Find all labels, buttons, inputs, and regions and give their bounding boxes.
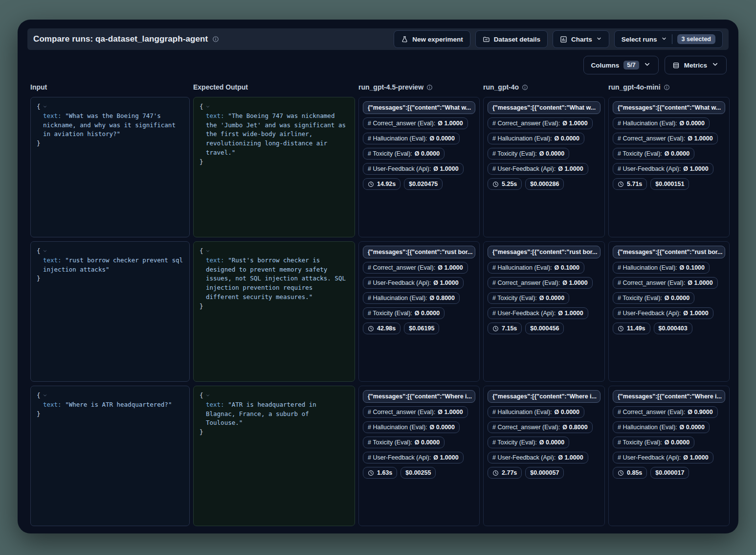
collapse-chevron-icon[interactable] [205, 393, 210, 398]
cost-chip[interactable]: $0.000151 [650, 178, 689, 190]
latency-chip[interactable]: 7.15s [488, 323, 522, 334]
cost-chip[interactable]: $0.00255 [400, 467, 436, 479]
json-key: text: [206, 112, 224, 119]
metric-chip[interactable]: # Toxicity (Eval):Ø 0.0000 [613, 437, 694, 448]
run-info-icon[interactable] [426, 84, 433, 91]
cost-chip[interactable]: $0.06195 [404, 323, 439, 334]
input-cell[interactable]: { text: "What was the Boeing 747's nickn… [30, 97, 190, 237]
metric-label: # Toxicity (Eval): [368, 310, 412, 317]
title-info-icon[interactable] [212, 36, 219, 43]
message-preview-chip[interactable]: {"messages":[{"content":"Where i... [363, 390, 475, 403]
metric-chip[interactable]: # User-Feedback (Api):Ø 1.0000 [363, 277, 464, 289]
new-experiment-button[interactable]: New experiment [394, 30, 470, 48]
metric-chip[interactable]: # User-Feedback (Api):Ø 1.0000 [613, 452, 713, 463]
metric-chip[interactable]: # Hallucination (Eval):Ø 0.0000 [363, 421, 460, 433]
input-cell[interactable]: { text: "Where is ATR headquartered?" } [30, 386, 190, 526]
metric-value: Ø 0.0000 [680, 424, 705, 431]
latency-chip[interactable]: 1.63s [363, 467, 397, 479]
metric-label: # Hallucination (Eval): [492, 135, 552, 142]
expected-output-cell[interactable]: { text: "ATR is headquartered in Blagnac… [193, 386, 355, 526]
metric-chip[interactable]: # Hallucination (Eval):Ø 0.1000 [488, 262, 584, 274]
message-preview-chip[interactable]: {"messages":[{"content":"rust bor... [488, 246, 600, 258]
metric-label: # User-Feedback (Api): [368, 279, 431, 286]
run-cell: {"messages":[{"content":"Where i... # Co… [358, 386, 480, 526]
cost-chip[interactable]: $0.000057 [525, 467, 564, 479]
metric-chip[interactable]: # Hallucination (Eval):Ø 0.0000 [613, 421, 710, 433]
metric-chip[interactable]: # Hallucination (Eval):Ø 0.0000 [488, 406, 584, 418]
message-preview-chip[interactable]: {"messages":[{"content":"What w... [613, 101, 725, 114]
metric-chip[interactable]: # Correct_answer (Eval):Ø 1.0000 [613, 277, 718, 289]
charts-button[interactable]: Charts [553, 30, 609, 48]
metric-value: Ø 0.0000 [415, 310, 440, 317]
latency-chip[interactable]: 2.77s [488, 467, 522, 479]
json-close-brace: } [37, 274, 41, 283]
metric-chip[interactable]: # Toxicity (Eval):Ø 0.0000 [363, 307, 445, 319]
latency-chip[interactable]: 0.85s [613, 467, 647, 479]
dataset-details-button[interactable]: Dataset details [475, 30, 548, 48]
metric-value: Ø 0.0000 [555, 135, 579, 142]
metric-chip[interactable]: # Toxicity (Eval):Ø 0.0000 [363, 148, 445, 160]
expected-output-cell[interactable]: { text: "Rust's borrow checker is design… [193, 241, 355, 382]
message-preview-chip[interactable]: {"messages":[{"content":"rust bor... [613, 246, 725, 258]
cost-chip[interactable]: $0.000456 [525, 323, 564, 334]
run-info-icon[interactable] [522, 84, 528, 91]
metric-chip[interactable]: # Hallucination (Eval):Ø 0.8000 [363, 292, 460, 304]
select-runs-button[interactable]: Select runs 3 selected [614, 30, 723, 48]
run-info-icon[interactable] [664, 84, 670, 91]
metric-chip[interactable]: # Toxicity (Eval):Ø 0.0000 [488, 437, 569, 448]
metric-chip[interactable]: # Hallucination (Eval):Ø 0.0000 [613, 117, 710, 129]
metric-chip[interactable]: # User-Feedback (Api):Ø 1.0000 [488, 307, 588, 319]
metric-chip[interactable]: # Correct_answer (Eval):Ø 1.0000 [363, 262, 468, 274]
metric-chip[interactable]: # Hallucination (Eval):Ø 0.0000 [363, 133, 460, 144]
metric-chip[interactable]: # Toxicity (Eval):Ø 0.0000 [613, 148, 694, 160]
metric-chip[interactable]: # User-Feedback (Api):Ø 1.0000 [363, 163, 464, 175]
metric-chip[interactable]: # User-Feedback (Api):Ø 1.0000 [488, 452, 588, 463]
metric-chip[interactable]: # Toxicity (Eval):Ø 0.0000 [488, 292, 569, 304]
metric-chip[interactable]: # Correct_answer (Eval):Ø 0.9000 [613, 406, 718, 418]
cost-value: $0.000057 [530, 469, 559, 476]
metric-value: Ø 1.0000 [688, 135, 712, 142]
metric-chip[interactable]: # Toxicity (Eval):Ø 0.0000 [613, 292, 694, 304]
metric-chip[interactable]: # User-Feedback (Api):Ø 1.0000 [613, 307, 713, 319]
latency-chip[interactable]: 14.92s [363, 178, 400, 190]
metrics-dropdown[interactable]: Metrics [665, 56, 727, 74]
message-preview-chip[interactable]: {"messages":[{"content":"Where i... [613, 390, 725, 403]
metric-chip[interactable]: # Correct_answer (Eval):Ø 1.0000 [613, 133, 718, 144]
message-preview-chip[interactable]: {"messages":[{"content":"What w... [488, 101, 600, 114]
collapse-chevron-icon[interactable] [205, 104, 210, 109]
cost-chip[interactable]: $0.000403 [654, 323, 692, 334]
metric-chip[interactable]: # Hallucination (Eval):Ø 0.1000 [613, 262, 710, 274]
metric-chip[interactable]: # Hallucination (Eval):Ø 0.0000 [488, 133, 584, 144]
expected-output-cell[interactable]: { text: "The Boeing 747 was nicknamed th… [193, 97, 355, 237]
columns-dropdown[interactable]: Columns 5/7 [583, 56, 659, 74]
cost-value: $0.000151 [655, 181, 684, 187]
metric-chip[interactable]: # Correct_answer (Eval):Ø 1.0000 [488, 117, 593, 129]
cost-chip[interactable]: $0.000017 [650, 467, 689, 479]
collapse-chevron-icon[interactable] [43, 393, 47, 398]
metric-value: Ø 0.8000 [430, 295, 455, 301]
latency-chip[interactable]: 5.25s [488, 178, 522, 190]
input-cell[interactable]: { text: "rust borrow checker prevent sql… [30, 241, 190, 382]
cost-chip[interactable]: $0.000286 [525, 178, 564, 190]
message-preview-text: {"messages":[{"content":"What w... [368, 104, 471, 111]
latency-chip[interactable]: 11.49s [613, 323, 650, 334]
metric-chip[interactable]: # User-Feedback (Api):Ø 1.0000 [488, 163, 588, 175]
metric-chip[interactable]: # User-Feedback (Api):Ø 1.0000 [363, 452, 464, 463]
metric-chip[interactable]: # Correct_answer (Eval):Ø 1.0000 [363, 117, 468, 129]
metric-chip[interactable]: # Correct_answer (Eval):Ø 0.8000 [488, 421, 593, 433]
latency-chip[interactable]: 5.71s [613, 178, 647, 190]
message-preview-chip[interactable]: {"messages":[{"content":"Where i... [488, 390, 600, 403]
latency-chip[interactable]: 42.98s [363, 323, 400, 334]
metric-chip[interactable]: # Correct_answer (Eval):Ø 1.0000 [363, 406, 468, 418]
collapse-chevron-icon[interactable] [205, 249, 210, 254]
collapse-chevron-icon[interactable] [43, 249, 47, 254]
message-preview-chip[interactable]: {"messages":[{"content":"rust bor... [363, 246, 475, 258]
message-preview-chip[interactable]: {"messages":[{"content":"What w... [363, 101, 475, 114]
metric-chip[interactable]: # User-Feedback (Api):Ø 1.0000 [613, 163, 713, 175]
cost-chip[interactable]: $0.020475 [404, 178, 443, 190]
metric-chip[interactable]: # Correct_answer (Eval):Ø 1.0000 [488, 277, 593, 289]
flask-icon [401, 36, 408, 43]
metric-chip[interactable]: # Toxicity (Eval):Ø 0.0000 [363, 437, 445, 448]
metric-chip[interactable]: # Toxicity (Eval):Ø 0.0000 [488, 148, 569, 160]
collapse-chevron-icon[interactable] [43, 104, 47, 109]
